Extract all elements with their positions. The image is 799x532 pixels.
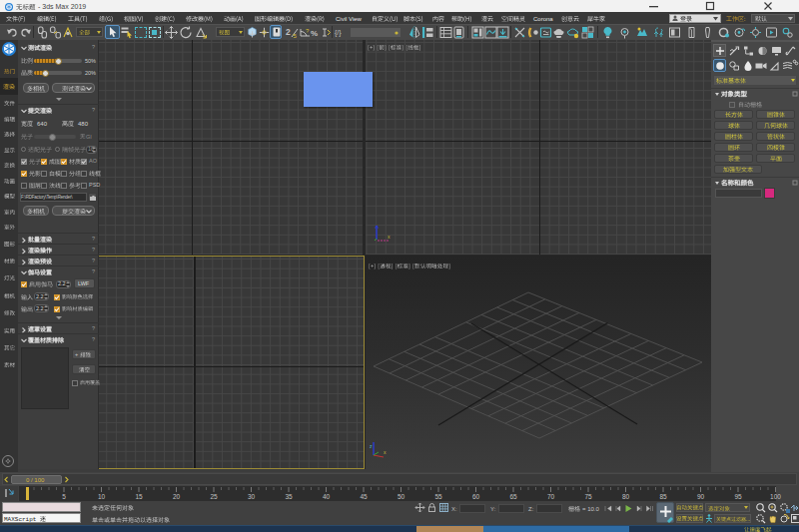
svg-text:35: 35 xyxy=(285,493,293,500)
svg-text:Corona: Corona xyxy=(533,16,553,22)
svg-text:2.2: 2.2 xyxy=(58,280,66,286)
svg-text:480: 480 xyxy=(78,121,89,127)
svg-text:?: ? xyxy=(92,268,95,274)
svg-text:25: 25 xyxy=(210,493,218,500)
svg-text:PSD: PSD xyxy=(89,182,100,188)
svg-text:60: 60 xyxy=(472,493,480,500)
svg-text:20: 20 xyxy=(173,493,181,500)
svg-text:45: 45 xyxy=(360,493,368,500)
svg-text:?: ? xyxy=(92,107,95,113)
svg-text:?: ? xyxy=(92,336,95,342)
svg-text:MAXScript: MAXScript xyxy=(4,515,36,522)
svg-text:15: 15 xyxy=(135,493,143,500)
svg-text:?: ? xyxy=(306,28,310,34)
svg-text:65: 65 xyxy=(509,493,517,500)
svg-text:?: ? xyxy=(92,247,95,253)
svg-text:F:\RDFactory\Temp\Render\: F:\RDFactory\Temp\Render\ xyxy=(21,195,73,200)
svg-text:70: 70 xyxy=(547,493,555,500)
svg-text:2.2: 2.2 xyxy=(36,305,44,311)
svg-text:5: 5 xyxy=(62,493,66,500)
svg-text:AO: AO xyxy=(89,158,98,164)
svg-text:X:: X: xyxy=(451,505,457,511)
svg-text:90: 90 xyxy=(697,493,705,500)
svg-text:Civil View: Civil View xyxy=(336,16,363,22)
svg-text:z: z xyxy=(370,443,373,449)
svg-text:40: 40 xyxy=(323,493,331,500)
svg-text:Y:: Y: xyxy=(490,505,496,511)
svg-text:?: ? xyxy=(92,236,95,242)
svg-text:{/}: {/} xyxy=(335,28,342,36)
svg-text:+: + xyxy=(75,351,78,357)
svg-text:50: 50 xyxy=(398,493,405,500)
svg-text:= 10.0: = 10.0 xyxy=(582,505,600,511)
svg-text:85: 85 xyxy=(659,493,667,500)
svg-text:20%: 20% xyxy=(85,70,96,76)
svg-text:%: % xyxy=(311,28,318,37)
svg-text:?: ? xyxy=(92,258,95,264)
svg-text:- 3ds Max 2019: - 3ds Max 2019 xyxy=(38,3,86,10)
svg-text:640: 640 xyxy=(37,121,48,127)
svg-text:30: 30 xyxy=(248,493,256,500)
svg-text:0 / 100: 0 / 100 xyxy=(26,476,45,482)
svg-text:95: 95 xyxy=(734,493,742,500)
svg-text:50%: 50% xyxy=(85,58,96,64)
svg-text:LWF: LWF xyxy=(78,280,90,286)
svg-text:100: 100 xyxy=(770,493,781,500)
svg-text:10: 10 xyxy=(98,493,106,500)
svg-text:75: 75 xyxy=(584,493,592,500)
svg-text:55: 55 xyxy=(434,493,442,500)
svg-text:2.2: 2.2 xyxy=(36,293,44,299)
svg-text:Z:: Z: xyxy=(528,505,534,511)
svg-text:x: x xyxy=(384,449,387,455)
svg-text:GI: GI xyxy=(86,134,92,140)
svg-text:x: x xyxy=(388,234,391,240)
svg-text:?: ? xyxy=(92,325,95,331)
svg-text:?: ? xyxy=(92,44,95,50)
svg-text:80: 80 xyxy=(622,493,630,500)
